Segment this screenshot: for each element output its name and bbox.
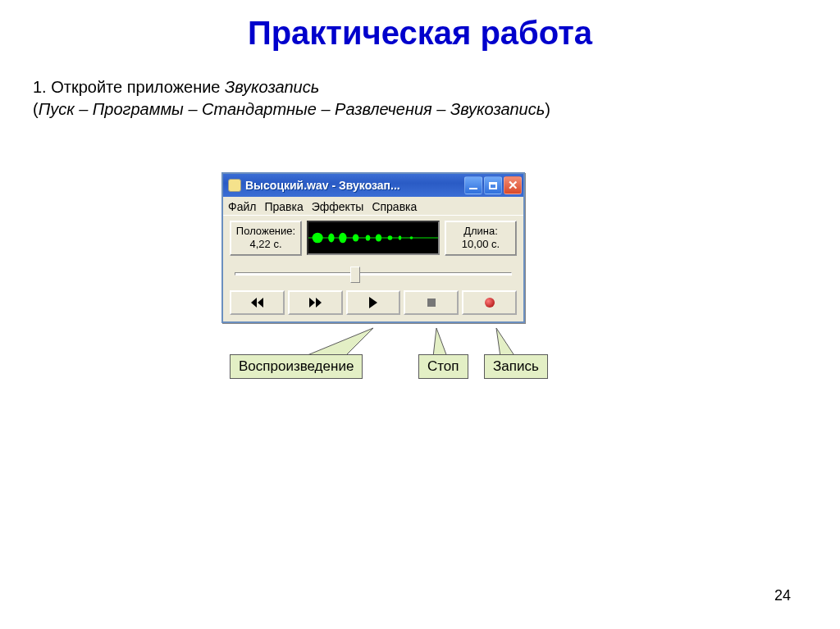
menu-file[interactable]: Файл <box>228 200 256 213</box>
callout-record: Запись <box>484 354 548 379</box>
callout-stop: Стоп <box>418 354 468 379</box>
rewind-button[interactable] <box>230 290 285 315</box>
instruction-paren-close: ) <box>545 100 550 118</box>
svg-point-6 <box>376 234 381 241</box>
page-number: 24 <box>774 587 791 604</box>
record-icon <box>485 298 495 308</box>
position-label: Положение: <box>235 225 296 238</box>
window-title: Высоцкий.wav - Звукозап... <box>245 179 464 192</box>
svg-point-2 <box>328 234 334 243</box>
length-label: Длина: <box>450 225 511 238</box>
record-button[interactable] <box>462 290 517 315</box>
forward-button[interactable] <box>288 290 343 315</box>
app-icon <box>228 179 241 192</box>
instructions: 1. Откройте приложение Звукозапись (Пуск… <box>33 76 840 121</box>
rewind-icon <box>251 298 263 308</box>
length-value: 10,00 с. <box>450 238 511 251</box>
position-slider[interactable] <box>230 266 517 282</box>
position-value: 4,22 с. <box>235 238 296 251</box>
instruction-path: Пуск – Программы – Стандартные – Развлеч… <box>39 100 545 118</box>
forward-icon <box>309 298 322 308</box>
svg-point-1 <box>313 233 323 244</box>
instruction-text: 1. Откройте приложение <box>33 78 225 96</box>
svg-point-8 <box>399 235 402 239</box>
slide-title: Практическая работа <box>0 15 840 52</box>
stop-icon <box>427 299 436 307</box>
svg-point-3 <box>339 233 346 244</box>
menu-help[interactable]: Справка <box>372 200 417 213</box>
play-icon <box>369 297 377 308</box>
instruction-paren-open: ( <box>33 100 39 118</box>
titlebar[interactable]: Высоцкий.wav - Звукозап... ✕ <box>223 174 523 197</box>
length-box: Длина: 10,00 с. <box>445 221 517 256</box>
play-button[interactable] <box>346 290 401 315</box>
menubar: Файл Правка Эффекты Справка <box>223 197 523 215</box>
maximize-button[interactable] <box>484 176 502 194</box>
stop-button[interactable] <box>404 290 459 315</box>
svg-point-4 <box>353 234 358 241</box>
menu-edit[interactable]: Правка <box>264 200 303 213</box>
svg-point-5 <box>366 235 371 240</box>
minimize-icon <box>469 188 477 189</box>
svg-point-7 <box>388 235 393 239</box>
waveform-display <box>307 221 440 255</box>
svg-marker-11 <box>304 328 373 357</box>
waveform-icon <box>308 222 438 253</box>
position-box: Положение: 4,22 с. <box>230 221 302 256</box>
slider-thumb[interactable] <box>350 267 360 283</box>
close-button[interactable]: ✕ <box>504 176 522 194</box>
sound-recorder-window: Высоцкий.wav - Звукозап... ✕ Файл Правка… <box>221 172 525 323</box>
callout-play: Воспроизведение <box>230 354 363 379</box>
svg-marker-13 <box>496 328 515 357</box>
close-icon: ✕ <box>508 178 518 193</box>
svg-point-9 <box>410 236 413 239</box>
menu-effects[interactable]: Эффекты <box>312 200 364 213</box>
minimize-button[interactable] <box>464 176 482 194</box>
svg-marker-12 <box>433 328 447 357</box>
maximize-icon <box>489 182 497 189</box>
instruction-appname: Звукозапись <box>225 78 319 96</box>
slider-track <box>235 272 512 276</box>
